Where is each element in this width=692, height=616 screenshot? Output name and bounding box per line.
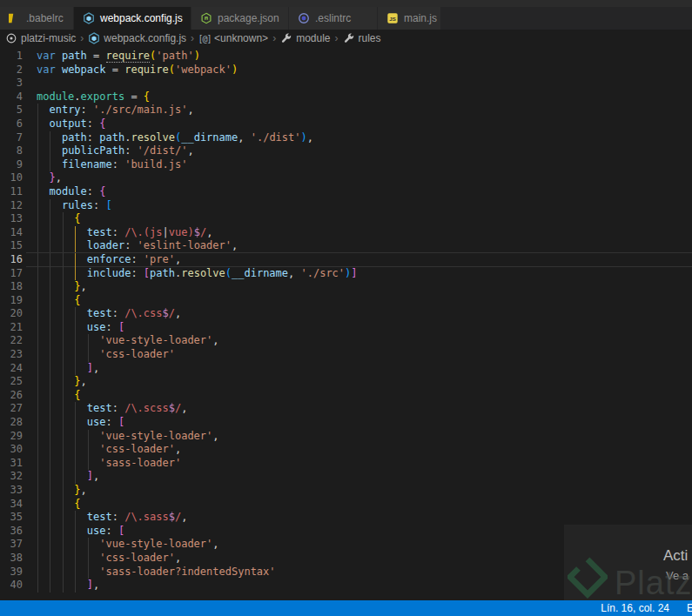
line-number[interactable]: 20 <box>0 307 23 321</box>
line-number[interactable]: 29 <box>0 430 23 444</box>
tab-eslintrc[interactable]: .eslintrc <box>289 7 378 30</box>
line-number[interactable]: 38 <box>0 552 23 566</box>
breadcrumb-item-rules[interactable]: rules <box>343 32 381 44</box>
code-line[interactable]: 16 enforce: 'pre', <box>0 253 692 267</box>
code-line[interactable]: 25 }, <box>0 375 692 389</box>
line-number[interactable]: 37 <box>0 538 23 552</box>
code-line[interactable]: 33 }, <box>0 484 692 498</box>
code-line[interactable]: 34 { <box>0 498 692 512</box>
code-text: use: [ <box>37 321 692 335</box>
code-line[interactable]: 10 }, <box>0 171 692 185</box>
webpack-icon <box>88 32 100 44</box>
line-number[interactable]: 16 <box>0 253 23 267</box>
breadcrumb-item-webpack-config-js[interactable]: webpack.config.js <box>88 32 186 44</box>
line-number[interactable]: 28 <box>0 416 23 430</box>
code-line[interactable]: 31 'sass-loader' <box>0 457 692 471</box>
line-number[interactable]: 13 <box>0 212 23 226</box>
code-line[interactable]: 13 { <box>0 212 692 226</box>
indent-guide <box>37 552 38 566</box>
line-number[interactable]: 7 <box>0 131 23 145</box>
line-number[interactable]: 8 <box>0 144 23 158</box>
code-line[interactable]: 21 use: [ <box>0 321 692 335</box>
code-line[interactable]: 26 { <box>0 389 692 403</box>
line-number[interactable]: 21 <box>0 321 23 335</box>
line-number[interactable]: 25 <box>0 375 23 389</box>
indent-guide <box>75 334 76 348</box>
code-line[interactable]: 4module.exports = { <box>0 90 692 104</box>
code-line[interactable]: 30 'css-loader', <box>0 443 692 457</box>
line-number[interactable]: 6 <box>0 117 23 131</box>
status-indentation-truncated[interactable]: Es <box>687 602 692 614</box>
breadcrumb-item-platzi-music[interactable]: platzi-music <box>5 32 76 44</box>
code-line[interactable]: 6 output: { <box>0 117 692 131</box>
svg-text:JS: JS <box>389 16 395 22</box>
line-number[interactable]: 40 <box>0 579 23 593</box>
breadcrumb-item-module[interactable]: module <box>280 32 330 44</box>
line-number[interactable]: 3 <box>0 77 23 90</box>
line-number[interactable]: 14 <box>0 226 23 240</box>
code-line[interactable]: 11 module: { <box>0 185 692 199</box>
line-number[interactable]: 10 <box>0 171 23 185</box>
status-cursor-position[interactable]: Lín. 16, col. 24 <box>601 602 669 614</box>
editor-tab-bar: .babelrcwebpack.config.js×package.json.e… <box>0 7 692 30</box>
code-line[interactable]: 15 loader: 'eslint-loader', <box>0 239 692 253</box>
line-number[interactable]: 19 <box>0 294 23 308</box>
code-line[interactable]: 14 test: /\.(js|vue)$/, <box>0 226 692 240</box>
line-number[interactable]: 9 <box>0 158 23 172</box>
line-number[interactable]: 27 <box>0 402 23 416</box>
tab-webpack-config-js[interactable]: webpack.config.js× <box>74 7 191 30</box>
code-text: 'css-loader' <box>37 348 692 362</box>
code-line[interactable]: 19 { <box>0 294 692 308</box>
line-number[interactable]: 2 <box>0 64 23 77</box>
line-number[interactable]: 34 <box>0 498 23 512</box>
tab-label: package.json <box>218 12 279 24</box>
code-line[interactable]: 5 entry: './src/main.js', <box>0 104 692 117</box>
code-line[interactable]: 28 use: [ <box>0 416 692 430</box>
line-number[interactable]: 24 <box>0 362 23 376</box>
code-line[interactable]: 23 'css-loader' <box>0 348 692 362</box>
code-editor[interactable]: 1var path = require('path')2var webpack … <box>0 47 692 600</box>
line-number[interactable]: 26 <box>0 389 23 403</box>
tab-main-js[interactable]: JSmain.js <box>378 7 441 30</box>
line-number[interactable]: 23 <box>0 348 23 362</box>
breadcrumb-item-unknown[interactable]: [@]<unknown> <box>198 32 268 44</box>
line-number[interactable]: 12 <box>0 199 23 213</box>
code-line[interactable]: 18 }, <box>0 280 692 294</box>
tab-package-json[interactable]: package.json <box>191 7 289 30</box>
code-text: }, <box>37 171 692 185</box>
code-line[interactable]: 9 filename: 'build.js' <box>0 158 692 172</box>
line-number[interactable]: 31 <box>0 457 23 471</box>
line-number[interactable]: 4 <box>0 90 23 104</box>
line-number[interactable]: 1 <box>0 50 23 64</box>
tab-babelrc[interactable]: .babelrc <box>0 7 74 30</box>
line-number[interactable]: 15 <box>0 239 23 253</box>
code-line[interactable]: 27 test: /\.scss$/, <box>0 402 692 416</box>
line-number[interactable]: 30 <box>0 443 23 457</box>
code-line[interactable]: 12 rules: [ <box>0 199 692 213</box>
indent-guide <box>75 525 76 539</box>
line-number[interactable]: 18 <box>0 280 23 294</box>
code-line[interactable]: 1var path = require('path') <box>0 50 692 64</box>
indent-guide <box>37 239 38 253</box>
code-line[interactable]: 7 path: path.resolve(__dirname, './dist'… <box>0 131 692 145</box>
code-line[interactable]: 22 'vue-style-loader', <box>0 334 692 348</box>
line-number[interactable]: 11 <box>0 185 23 199</box>
line-number[interactable]: 32 <box>0 470 23 484</box>
code-line[interactable]: 24 ], <box>0 362 692 376</box>
code-line[interactable]: 8 publicPath: '/dist/', <box>0 144 692 158</box>
code-line[interactable]: 35 test: /\.sass$/, <box>0 511 692 525</box>
line-number[interactable]: 17 <box>0 267 23 281</box>
code-line[interactable]: 17 include: [path.resolve(__dirname, './… <box>0 267 692 281</box>
line-number[interactable]: 35 <box>0 511 23 525</box>
code-line[interactable]: 20 test: /\.css$/, <box>0 307 692 321</box>
line-number[interactable]: 39 <box>0 566 23 579</box>
code-line[interactable]: 2var webpack = require('webpack') <box>0 64 692 77</box>
line-number[interactable]: 22 <box>0 334 23 348</box>
code-line[interactable]: 3 <box>0 77 692 90</box>
code-line[interactable]: 29 'vue-style-loader', <box>0 430 692 444</box>
code-line[interactable]: 32 ], <box>0 470 692 484</box>
indent-guide <box>50 280 50 294</box>
line-number[interactable]: 5 <box>0 104 23 117</box>
line-number[interactable]: 33 <box>0 484 23 498</box>
line-number[interactable]: 36 <box>0 525 23 539</box>
